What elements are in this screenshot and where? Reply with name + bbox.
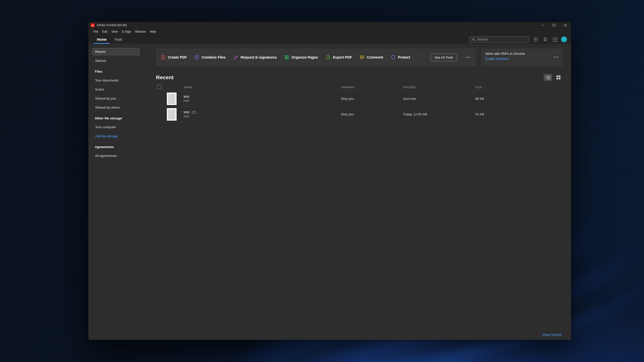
column-header-name[interactable]: NAME — [184, 86, 341, 89]
tool-organize-pages[interactable]: Organize Pages — [284, 55, 318, 60]
notifications-button[interactable] — [542, 36, 548, 43]
search-box[interactable] — [469, 36, 529, 42]
list-view-icon — [546, 76, 550, 79]
help-icon: ? — [533, 37, 538, 42]
menu-view[interactable]: View — [109, 29, 120, 34]
file-row[interactable]: test PDF Only you Today, 12:05 AM 51 KB — [156, 107, 563, 122]
tool-label: Export PDF — [333, 55, 352, 59]
apps-grid-button[interactable] — [551, 36, 558, 43]
organize-pages-icon — [284, 55, 289, 60]
file-sharing: Only you — [341, 97, 403, 101]
tool-label: Create PDF — [168, 55, 187, 59]
column-header-opened[interactable]: OPENED — [403, 86, 475, 89]
sidebar-item-all-agreements[interactable]: All agreements — [92, 152, 140, 159]
pdf-thumbnail — [167, 93, 177, 105]
tabbar: Home Tools ? — [88, 35, 571, 44]
apps-grid-icon — [552, 37, 557, 42]
tool-label: Organize Pages — [292, 55, 318, 59]
tool-create-pdf[interactable]: Create PDF — [160, 55, 187, 60]
file-size: 88 KB — [475, 97, 563, 101]
file-name: test — [184, 110, 189, 114]
sidebar-section-files: Files — [92, 70, 152, 73]
column-header-sharing[interactable]: SHARING — [341, 86, 403, 89]
tool-combine-files[interactable]: Combine Files — [194, 55, 226, 60]
select-all-checkbox[interactable] — [157, 84, 162, 89]
tool-label: Protect — [398, 55, 410, 59]
tool-label: Combine Files — [202, 55, 226, 59]
maximize-button[interactable] — [548, 22, 560, 28]
menu-help[interactable]: Help — [148, 29, 158, 34]
column-header-size[interactable]: SIZE — [475, 86, 563, 89]
file-sharing: Only you — [341, 112, 403, 116]
comment-icon — [359, 55, 365, 60]
search-icon — [472, 38, 475, 41]
sidebar-item-shared-by-you[interactable]: Shared by you — [92, 95, 140, 102]
file-type: PDF — [184, 115, 341, 118]
create-pdf-icon — [160, 55, 166, 60]
sidebar-item-shared-by-others[interactable]: Shared by others — [92, 104, 140, 111]
tab-tools-label: Tools — [114, 37, 123, 41]
table-header-row: NAME SHARING OPENED SIZE — [156, 83, 563, 91]
sidebar-item-label: Scans — [95, 87, 104, 91]
clear-recent-link[interactable]: Clear Recent — [542, 333, 561, 337]
sidebar-item-label: Shared by you — [95, 97, 116, 100]
sidebar-item-label: Your documents — [95, 78, 118, 82]
file-opened: Just now — [403, 97, 475, 101]
sidebar-item-recent[interactable]: Recent — [92, 48, 140, 55]
titlebar: Adobe Acrobat (64-bit) — [88, 22, 571, 28]
sidebar-item-your-documents[interactable]: Your documents — [92, 77, 140, 84]
menubar: File Edit View E-Sign Window Help — [88, 28, 571, 35]
list-view-button[interactable] — [544, 74, 552, 81]
see-all-tools-button[interactable]: See All Tools — [431, 54, 457, 61]
menu-file[interactable]: File — [91, 29, 100, 34]
combine-files-icon — [194, 55, 199, 60]
file-row[interactable]: test PDF Only you Just now 88 KB — [156, 91, 563, 107]
request-esignatures-icon — [233, 55, 238, 60]
sidebar-item-scans[interactable]: Scans — [92, 86, 140, 93]
toolbar-more-button[interactable] — [465, 55, 472, 59]
tool-comment[interactable]: Comment — [359, 55, 383, 60]
search-input[interactable] — [477, 37, 527, 41]
menu-esign[interactable]: E-Sign — [120, 29, 133, 34]
sidebar-item-your-computer[interactable]: Your computer — [92, 123, 140, 131]
export-pdf-icon — [326, 55, 331, 60]
close-button[interactable] — [560, 22, 571, 28]
sidebar-item-label: Add file storage — [95, 134, 118, 138]
tool-protect[interactable]: Protect — [391, 55, 410, 60]
sidebar: Recent Starred Files Your documents Scan… — [88, 44, 152, 340]
file-type: PDF — [184, 99, 341, 103]
tool-request-esignatures[interactable]: Request E-signatures — [233, 55, 277, 60]
file-opened: Today, 12:05 AM — [403, 112, 475, 116]
tab-home[interactable]: Home — [94, 35, 110, 44]
grid-view-icon — [556, 75, 560, 79]
grid-view-button[interactable] — [554, 74, 563, 81]
bell-icon — [543, 37, 547, 42]
sidebar-section-other-file-storage: Other file storage — [92, 116, 152, 120]
sidebar-item-label: All agreements — [95, 154, 117, 158]
sidebar-item-add-file-storage[interactable]: Add file storage — [92, 132, 140, 140]
help-button[interactable]: ? — [532, 36, 539, 43]
enable-extension-link[interactable]: Enable extension — [486, 57, 509, 61]
desktop: Adobe Acrobat (64-bit) File Edit View E-… — [0, 0, 644, 362]
tool-export-pdf[interactable]: Export PDF — [326, 55, 352, 60]
sidebar-item-label: Recent — [95, 50, 105, 54]
promo-title: Work with PDFs in Chrome — [486, 52, 559, 56]
home-content: Create PDF Combine Files — [152, 44, 571, 340]
menu-edit[interactable]: Edit — [100, 29, 109, 34]
acrobat-logo-icon — [91, 23, 95, 27]
tab-tools[interactable]: Tools — [111, 35, 126, 44]
minimize-button[interactable] — [537, 22, 548, 28]
recent-heading: Recent — [156, 74, 174, 80]
window-controls — [537, 22, 571, 28]
menu-window[interactable]: Window — [133, 29, 148, 34]
protect-icon — [391, 55, 396, 60]
tab-home-label: Home — [97, 37, 107, 41]
sidebar-section-agreements: Agreements — [92, 145, 152, 149]
promo-more-button[interactable] — [552, 55, 560, 59]
acrobat-window: Adobe Acrobat (64-bit) File Edit View E-… — [88, 22, 571, 340]
recent-files-table: NAME SHARING OPENED SIZE test PDF Only y… — [156, 83, 563, 122]
cloud-icon — [192, 111, 196, 114]
sidebar-item-starred[interactable]: Starred — [92, 57, 140, 64]
avatar[interactable] — [561, 36, 567, 42]
file-size: 51 KB — [475, 112, 563, 116]
